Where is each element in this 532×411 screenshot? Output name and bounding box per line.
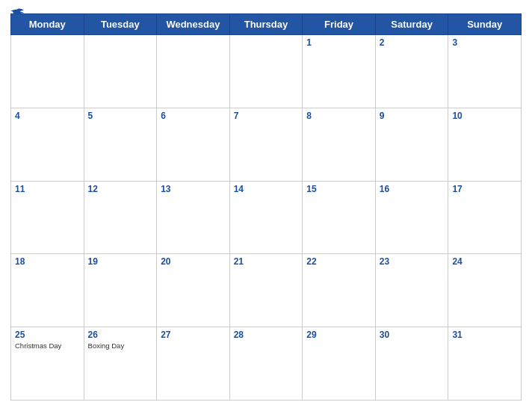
- day-number: 5: [88, 111, 153, 121]
- day-number: 22: [306, 256, 371, 267]
- day-number: 12: [88, 184, 153, 194]
- calendar-cell: 24: [448, 254, 522, 327]
- calendar-cell: [11, 35, 84, 108]
- day-number: 29: [306, 330, 371, 340]
- holiday-name: Boxing Day: [88, 342, 153, 350]
- calendar-cell: 31: [448, 327, 522, 401]
- calendar-cell: 12: [84, 181, 157, 254]
- calendar-cell: 8: [303, 108, 376, 181]
- day-number: 4: [15, 111, 80, 121]
- calendar-cell: 30: [375, 327, 448, 401]
- calendar-cell: [84, 35, 157, 108]
- calendar-cell: 13: [157, 181, 230, 254]
- logo-blue: [10, 7, 25, 18]
- day-number: 1: [306, 37, 371, 48]
- calendar-cell: 11: [11, 181, 84, 254]
- day-number: 25: [15, 330, 80, 340]
- weekday-header-wednesday: Wednesday: [157, 14, 230, 35]
- day-number: 31: [452, 330, 517, 340]
- calendar-cell: 21: [229, 254, 303, 327]
- calendar-cell: 6: [157, 108, 230, 181]
- day-number: 26: [88, 330, 153, 340]
- day-number: 9: [380, 111, 445, 121]
- calendar-cell: 4: [11, 108, 84, 181]
- week-row-2: 45678910: [11, 108, 522, 181]
- calendar-cell: 27: [157, 327, 230, 401]
- calendar-cell: 23: [375, 254, 448, 327]
- calendar-cell: 18: [11, 254, 84, 327]
- calendar-cell: 9: [375, 108, 448, 181]
- day-number: 24: [452, 256, 517, 267]
- weekday-header-saturday: Saturday: [375, 14, 448, 35]
- week-row-5: 25Christmas Day26Boxing Day2728293031: [11, 327, 522, 401]
- day-number: 14: [234, 184, 299, 194]
- calendar-cell: 1: [303, 35, 376, 108]
- day-number: 28: [234, 330, 299, 340]
- day-number: 23: [380, 256, 445, 267]
- calendar-wrapper: MondayTuesdayWednesdayThursdayFridaySatu…: [0, 0, 532, 411]
- day-number: 27: [161, 330, 226, 340]
- calendar-cell: [229, 35, 303, 108]
- day-number: 2: [380, 37, 445, 48]
- day-number: 3: [452, 37, 517, 48]
- week-row-4: 18192021222324: [11, 254, 522, 327]
- week-row-1: 123: [11, 35, 522, 108]
- calendar-cell: 25Christmas Day: [11, 327, 84, 401]
- calendar-cell: 16: [375, 181, 448, 254]
- day-number: 30: [380, 330, 445, 340]
- day-number: 6: [161, 111, 226, 121]
- calendar-cell: 3: [448, 35, 522, 108]
- day-number: 16: [380, 184, 445, 194]
- calendar-cell: 22: [303, 254, 376, 327]
- day-number: 20: [161, 256, 226, 267]
- weekday-header-sunday: Sunday: [448, 14, 522, 35]
- calendar-cell: 14: [229, 181, 303, 254]
- calendar-cell: [157, 35, 230, 108]
- calendar-cell: 5: [84, 108, 157, 181]
- calendar-thead: MondayTuesdayWednesdayThursdayFridaySatu…: [11, 14, 522, 35]
- calendar-cell: 28: [229, 327, 303, 401]
- day-number: 13: [161, 184, 226, 194]
- day-number: 10: [452, 111, 517, 121]
- week-row-3: 11121314151617: [11, 181, 522, 254]
- day-number: 8: [306, 111, 371, 121]
- calendar-cell: 10: [448, 108, 522, 181]
- weekday-header-row: MondayTuesdayWednesdayThursdayFridaySatu…: [11, 14, 522, 35]
- calendar-cell: 29: [303, 327, 376, 401]
- day-number: 17: [452, 184, 517, 194]
- weekday-header-tuesday: Tuesday: [84, 14, 157, 35]
- calendar-table: MondayTuesdayWednesdayThursdayFridaySatu…: [10, 13, 522, 401]
- day-number: 19: [88, 256, 153, 267]
- holiday-name: Christmas Day: [15, 342, 80, 350]
- day-number: 15: [306, 184, 371, 194]
- day-number: 18: [15, 256, 80, 267]
- calendar-cell: 19: [84, 254, 157, 327]
- logo: [10, 7, 25, 18]
- calendar-cell: 17: [448, 181, 522, 254]
- calendar-cell: 7: [229, 108, 303, 181]
- logo-bird-icon: [10, 7, 24, 18]
- day-number: 11: [15, 184, 80, 194]
- calendar-cell: 15: [303, 181, 376, 254]
- day-number: 21: [234, 256, 299, 267]
- calendar-body: 1234567891011121314151617181920212223242…: [11, 35, 522, 401]
- calendar-cell: 26Boxing Day: [84, 327, 157, 401]
- calendar-cell: 20: [157, 254, 230, 327]
- day-number: 7: [234, 111, 299, 121]
- calendar-cell: 2: [375, 35, 448, 108]
- weekday-header-friday: Friday: [303, 14, 376, 35]
- weekday-header-thursday: Thursday: [229, 14, 303, 35]
